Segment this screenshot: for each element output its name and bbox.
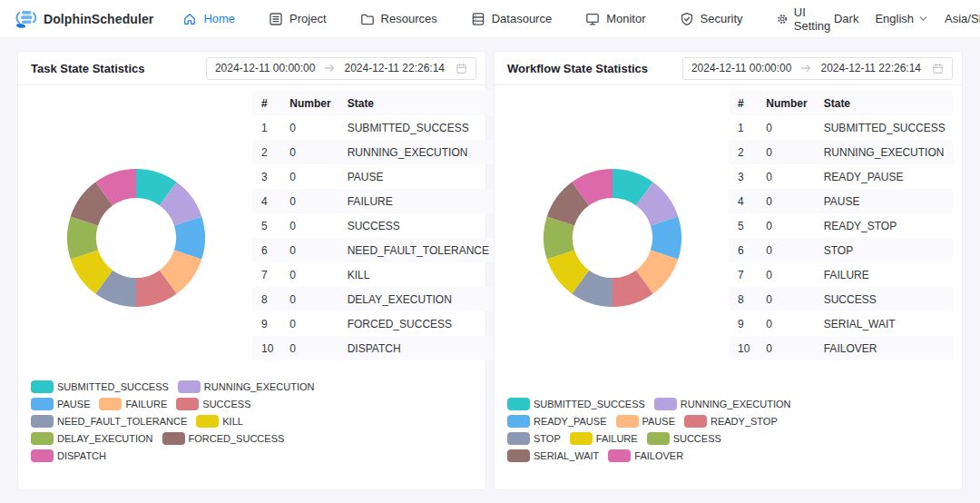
- range-start-value: 2024-12-11 00:00:00: [215, 62, 316, 74]
- table-cell: 0: [757, 164, 814, 189]
- dashboard: Task State Statistics 2024-12-11 00:00:0…: [0, 38, 980, 490]
- timezone-select[interactable]: Asia/Shanghai: [945, 12, 980, 25]
- range-end-value: 2024-12-11 22:26:14: [344, 62, 445, 74]
- table-cell: 0: [757, 140, 814, 164]
- table-cell: 0: [280, 164, 338, 189]
- column-header: #: [252, 91, 280, 115]
- legend-color-swatch: [99, 398, 122, 410]
- legend-item-submitted_success[interactable]: SUBMITTED_SUCCESS: [507, 398, 645, 410]
- table-cell: PAUSE: [338, 164, 496, 189]
- legend-color-swatch: [178, 380, 201, 393]
- nav-item-home[interactable]: Home: [182, 12, 235, 26]
- table-cell: 0: [757, 311, 814, 336]
- dolphinscheduler-logo-icon: [15, 8, 38, 30]
- table-row: 20RUNNING_EXECUTION: [252, 140, 496, 164]
- legend-item-running_execution[interactable]: RUNNING_EXECUTION: [654, 398, 791, 410]
- table-cell: 0: [757, 336, 814, 360]
- table-cell: 3: [729, 164, 757, 189]
- theme-toggle-button[interactable]: Dark: [834, 12, 858, 25]
- legend-item-delay_execution[interactable]: DELAY_EXECUTION: [31, 432, 153, 445]
- column-header: #: [729, 91, 757, 115]
- table-cell: 0: [757, 115, 814, 140]
- date-range-picker[interactable]: 2024-12-11 00:00:00 2024-12-11 22:26:14: [206, 57, 476, 80]
- table-cell: 9: [729, 311, 757, 336]
- nav-item-ui-setting[interactable]: UI Setting: [777, 5, 834, 33]
- table-cell: 1: [729, 115, 757, 140]
- table-cell: SUBMITTED_SUCCESS: [815, 115, 953, 140]
- table-cell: RUNNING_EXECUTION: [815, 140, 953, 164]
- table-row: 40PAUSE: [729, 189, 953, 213]
- legend-label: KILL: [222, 416, 243, 427]
- legend-color-swatch: [31, 432, 54, 445]
- legend-label: FORCED_SUCCESS: [189, 433, 285, 444]
- nav-item-datasource[interactable]: Datasource: [471, 12, 552, 26]
- nav-item-project[interactable]: Project: [269, 12, 326, 26]
- legend-item-serial_wait[interactable]: SERIAL_WAIT: [507, 449, 599, 462]
- legend-item-forced_success[interactable]: FORCED_SUCCESS: [162, 432, 285, 445]
- legend-label: FAILURE: [596, 433, 638, 444]
- table-row: 10SUBMITTED_SUCCESS: [729, 115, 953, 140]
- table-cell: 0: [280, 189, 338, 213]
- table-cell: PAUSE: [815, 189, 953, 213]
- brand-logo[interactable]: DolphinScheduler: [15, 8, 153, 30]
- arrow-right-icon: [324, 63, 335, 74]
- brand-name: DolphinScheduler: [44, 12, 153, 26]
- table-row: 80SUCCESS: [729, 287, 953, 311]
- nav-item-security[interactable]: Security: [680, 12, 743, 26]
- legend-color-swatch: [31, 415, 54, 428]
- legend-item-ready_stop[interactable]: READY_STOP: [684, 415, 778, 428]
- monitor-icon: [585, 12, 600, 26]
- table-cell: READY_PAUSE: [815, 164, 953, 189]
- table-cell: 1: [252, 115, 280, 140]
- legend-item-kill[interactable]: KILL: [196, 415, 243, 428]
- legend-item-pause[interactable]: PAUSE: [31, 398, 90, 410]
- resources-icon: [360, 12, 375, 26]
- table-row: 70KILL: [252, 262, 496, 287]
- legend-item-success[interactable]: SUCCESS: [647, 432, 721, 445]
- table-row: 100FAILOVER: [729, 336, 953, 360]
- nav-item-monitor[interactable]: Monitor: [585, 12, 645, 26]
- legend-item-ready_pause[interactable]: READY_PAUSE: [507, 415, 607, 428]
- legend-item-running_execution[interactable]: RUNNING_EXECUTION: [178, 380, 315, 393]
- date-range-picker[interactable]: 2024-12-11 00:00:00 2024-12-11 22:26:14: [682, 57, 953, 80]
- card-header: Workflow State Statistics 2024-12-11 00:…: [495, 52, 962, 85]
- workflow-state-table: #NumberState 10SUBMITTED_SUCCESS20RUNNIN…: [729, 91, 953, 360]
- legend-label: SUBMITTED_SUCCESS: [534, 399, 645, 409]
- nav-item-resources[interactable]: Resources: [360, 12, 437, 26]
- legend-color-swatch: [196, 415, 219, 428]
- top-navigation-bar: DolphinScheduler HomeProjectResourcesDat…: [0, 0, 980, 38]
- table-cell: 7: [252, 262, 280, 287]
- project-icon: [269, 12, 283, 26]
- language-select[interactable]: English: [875, 12, 928, 25]
- legend-item-dispatch[interactable]: DISPATCH: [31, 449, 106, 462]
- legend-item-submitted_success[interactable]: SUBMITTED_SUCCESS: [31, 380, 169, 393]
- task-state-legend: SUBMITTED_SUCCESSRUNNING_EXECUTIONPAUSEF…: [31, 380, 332, 462]
- table-row: 60NEED_FAULT_TOLERANCE: [252, 238, 496, 262]
- table-cell: SERIAL_WAIT: [815, 311, 953, 336]
- legend-label: PAUSE: [57, 399, 90, 409]
- legend-item-failure[interactable]: FAILURE: [570, 432, 638, 445]
- table-cell: 0: [280, 311, 338, 336]
- legend-item-pause[interactable]: PAUSE: [616, 415, 675, 428]
- legend-item-stop[interactable]: STOP: [507, 432, 561, 445]
- legend-item-success[interactable]: SUCCESS: [176, 398, 250, 410]
- legend-item-failure[interactable]: FAILURE: [99, 398, 167, 410]
- nav-item-label: Project: [289, 12, 326, 25]
- legend-color-swatch: [507, 398, 530, 410]
- table-row: 20RUNNING_EXECUTION: [729, 140, 953, 164]
- table-row: 50READY_STOP: [729, 213, 953, 238]
- column-header: State: [338, 91, 496, 115]
- table-cell: 0: [280, 336, 338, 360]
- table-cell: 2: [729, 140, 757, 164]
- table-head: #NumberState: [252, 91, 496, 115]
- legend-item-failover[interactable]: FAILOVER: [608, 449, 683, 462]
- table-cell: 0: [757, 213, 814, 238]
- workflow-state-legend: SUBMITTED_SUCCESSRUNNING_EXECUTIONREADY_…: [507, 398, 808, 462]
- timezone-value: Asia/Shanghai: [945, 12, 980, 25]
- legend-item-need_fault_tolerance[interactable]: NEED_FAULT_TOLERANCE: [31, 415, 187, 428]
- datasource-icon: [471, 12, 485, 26]
- legend-color-swatch: [31, 449, 54, 462]
- main-nav: HomeProjectResourcesDatasourceMonitorSec…: [182, 5, 834, 33]
- table-row: 10SUBMITTED_SUCCESS: [252, 115, 496, 140]
- calendar-icon: [932, 63, 944, 74]
